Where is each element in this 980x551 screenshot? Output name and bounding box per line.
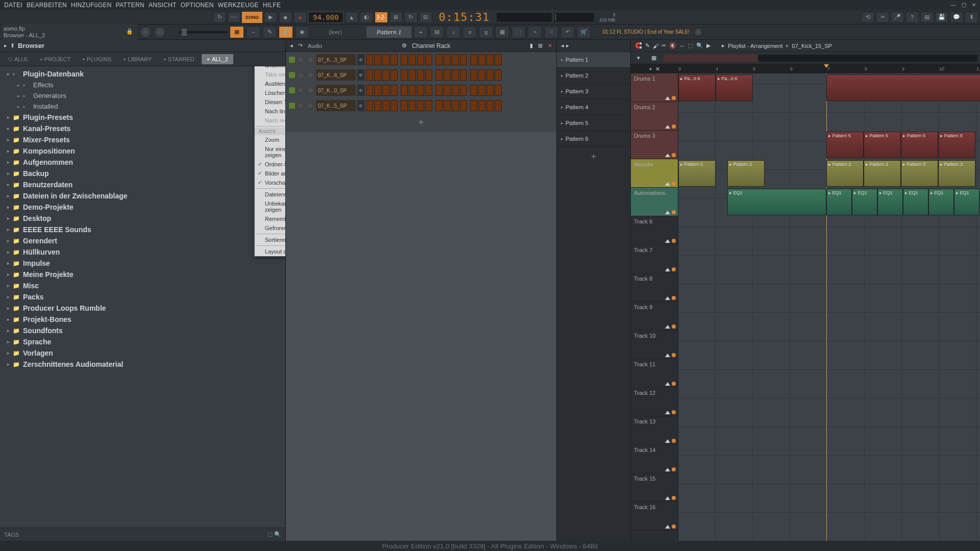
ctx-item[interactable]: Layout ansehen xyxy=(255,247,285,256)
tree-item[interactable]: ▸📁Zerschnittenes Audiomaterial xyxy=(0,359,285,370)
step[interactable] xyxy=(478,69,485,81)
track-mute-led[interactable] xyxy=(672,382,676,386)
playlist-clip[interactable]: ▸ EQ1 xyxy=(852,189,877,215)
view-piano-icon[interactable]: ♪ xyxy=(446,26,460,38)
step[interactable] xyxy=(366,54,373,65)
pl-zoom-icon[interactable]: 🔍 xyxy=(696,42,703,49)
pattern-plus-icon[interactable]: + xyxy=(413,26,428,38)
step[interactable] xyxy=(374,69,381,81)
track-mute-led[interactable] xyxy=(672,353,676,357)
step[interactable] xyxy=(452,100,459,111)
ctx-item[interactable]: Ausblenden xyxy=(255,79,285,88)
ctx-item[interactable]: Nach links bewegen xyxy=(255,107,285,116)
tree-item[interactable]: ▸▫Installed xyxy=(0,101,285,112)
channel-link-icon[interactable]: ⊕ xyxy=(357,54,364,65)
stop-button[interactable]: ■ xyxy=(279,12,292,23)
channel-vol-knob[interactable] xyxy=(306,71,314,79)
close-button[interactable]: ✕ xyxy=(969,2,978,9)
link-icon[interactable]: 🔗 xyxy=(279,26,293,38)
cr-step-icon[interactable]: ⊞ xyxy=(538,42,543,49)
channel-vol-knob[interactable] xyxy=(306,86,314,94)
playlist-overview[interactable] xyxy=(664,55,978,62)
step[interactable] xyxy=(425,100,432,111)
step[interactable] xyxy=(366,85,373,96)
news-globe-icon[interactable] xyxy=(694,28,703,37)
pattern-item[interactable]: ▸Pattern 5 xyxy=(557,115,630,131)
channel-pan-knob[interactable] xyxy=(297,56,305,64)
track-add-icon[interactable]: + xyxy=(649,66,652,72)
record-button[interactable]: ● xyxy=(293,12,307,23)
track-header[interactable]: Track 8 xyxy=(631,273,678,302)
ctx-item[interactable]: Dateierweiterungen zeigen xyxy=(255,190,285,199)
menu-werkzeuge[interactable]: WERKZEUGE xyxy=(216,1,260,10)
maximize-button[interactable]: ▢ xyxy=(959,2,968,9)
ctx-item[interactable]: Löschen xyxy=(255,88,285,97)
browser-tab-plugins[interactable]: ▪PLUGINS xyxy=(78,54,116,64)
track-fold-icon[interactable] xyxy=(665,411,670,414)
playlist-clip[interactable]: ▸ Pattern 5 xyxy=(864,132,901,158)
track-header[interactable]: Track 9 xyxy=(631,302,678,331)
track-mute-led[interactable] xyxy=(672,496,676,500)
track-mute-led[interactable] xyxy=(672,467,676,471)
track-mute-led[interactable] xyxy=(672,324,676,329)
channel-button[interactable]: 07_K...6_SP xyxy=(316,69,356,81)
browser-tab-all_2[interactable]: +ALL_2 xyxy=(202,54,233,64)
step[interactable] xyxy=(382,100,389,111)
tempo-display[interactable]: 94.000 xyxy=(308,12,344,23)
track-fold-icon[interactable] xyxy=(665,211,670,214)
tree-item[interactable]: ▸📁Impulse xyxy=(0,258,285,269)
track-header[interactable]: Track 12 xyxy=(631,388,678,416)
track-header[interactable]: Drums 3 xyxy=(631,131,678,159)
tag-filter-icon[interactable]: ▢ xyxy=(267,531,273,537)
pl-slip-icon[interactable]: ↔ xyxy=(679,43,685,49)
pl-select-icon[interactable]: ⬚ xyxy=(688,42,693,49)
pl-cut-icon[interactable]: ✂ xyxy=(662,42,666,49)
pl-brush-icon[interactable]: 🖌 xyxy=(653,43,658,49)
track-fold-icon[interactable] xyxy=(665,496,670,500)
typing-kb-icon[interactable]: → xyxy=(246,26,260,38)
channel-pan-knob[interactable] xyxy=(297,102,305,110)
track-mute-led[interactable] xyxy=(672,239,676,243)
tree-item[interactable]: ▸📁Soundfonts xyxy=(0,325,285,336)
ctx-item[interactable]: Nur einen Ordner Inhalt zeigen xyxy=(255,144,285,160)
step[interactable] xyxy=(470,69,477,81)
mic-icon[interactable]: 🎤 xyxy=(891,12,904,23)
tree-item[interactable]: ▸📁Backup xyxy=(0,168,285,179)
browser-collapse-icon[interactable]: ▸ xyxy=(4,42,7,49)
browser-tab-alle[interactable]: ◇ALLE xyxy=(3,54,33,64)
step[interactable] xyxy=(382,69,389,81)
menu-bearbeiten[interactable]: BEARBEITEN xyxy=(25,1,68,10)
pl-play-icon[interactable]: ▶ xyxy=(706,42,710,49)
track-mute-led[interactable] xyxy=(672,439,676,443)
tree-item[interactable]: ▸📁Demo-Projekte xyxy=(0,202,285,213)
channel-vol-knob[interactable] xyxy=(306,56,314,64)
step[interactable] xyxy=(486,85,494,96)
browser-back-icon[interactable]: ⬆ xyxy=(10,42,15,49)
countdown-button[interactable]: 3·2· xyxy=(375,12,388,23)
step[interactable] xyxy=(452,85,459,96)
news-ticker[interactable]: 01:12 FL STUDIO | End of Year SALE! xyxy=(600,29,692,35)
playlist-clip[interactable]: ▸ Pa...n 6 xyxy=(716,74,753,101)
download-icon[interactable]: ⬇ xyxy=(965,12,978,23)
step[interactable] xyxy=(409,85,416,96)
track-fold-icon[interactable] xyxy=(665,296,670,300)
tree-item[interactable]: ▸📁Misc xyxy=(0,280,285,291)
loop-icon[interactable]: ↻ xyxy=(404,12,418,23)
step[interactable] xyxy=(366,69,373,81)
pl-magnet-icon[interactable]: 🧲 xyxy=(635,42,642,49)
ctx-item[interactable]: Diesen Tab klonen xyxy=(255,97,285,107)
step[interactable] xyxy=(409,69,416,81)
tree-item[interactable]: ▸📁Mixer-Presets xyxy=(0,134,285,145)
channel-mute-led[interactable] xyxy=(289,57,295,63)
step[interactable] xyxy=(417,69,424,81)
step[interactable] xyxy=(478,85,485,96)
playlist-clip[interactable]: ▸ EQ1 xyxy=(903,189,928,215)
track-header[interactable]: Drums 2 xyxy=(631,102,678,131)
track-header[interactable]: Drums 1 xyxy=(631,73,678,102)
tree-item[interactable]: ▸▫Plugin-Datenbank xyxy=(0,68,285,80)
step[interactable] xyxy=(470,100,477,111)
lock-icon[interactable]: 🔒 xyxy=(126,28,133,35)
track-fold-icon[interactable] xyxy=(665,325,670,329)
pat-button[interactable]: PAT xyxy=(228,12,241,23)
menu-hinzufügen[interactable]: HINZUFüGEN xyxy=(69,1,113,10)
